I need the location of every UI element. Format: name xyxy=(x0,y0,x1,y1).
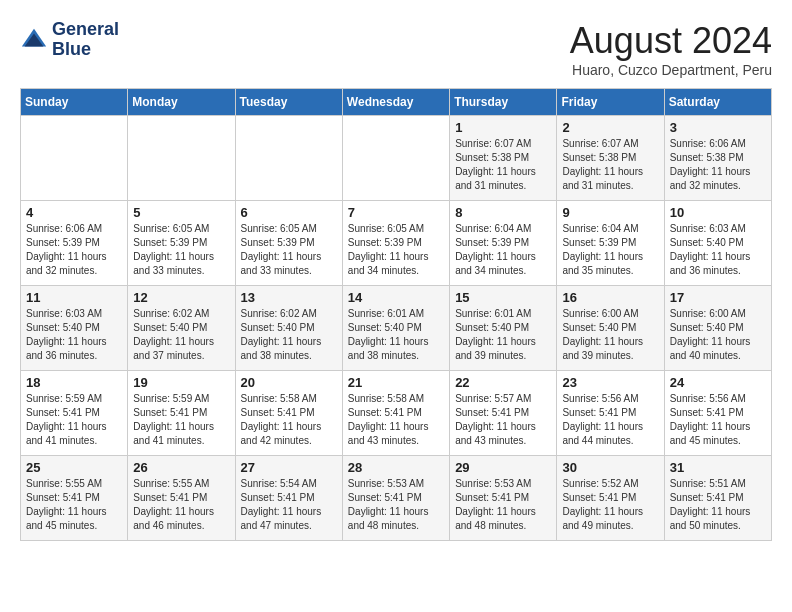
day-number: 11 xyxy=(26,290,122,305)
calendar-cell: 24Sunrise: 5:56 AM Sunset: 5:41 PM Dayli… xyxy=(664,371,771,456)
day-number: 31 xyxy=(670,460,766,475)
calendar-cell: 4Sunrise: 6:06 AM Sunset: 5:39 PM Daylig… xyxy=(21,201,128,286)
week-row-3: 11Sunrise: 6:03 AM Sunset: 5:40 PM Dayli… xyxy=(21,286,772,371)
calendar-cell: 9Sunrise: 6:04 AM Sunset: 5:39 PM Daylig… xyxy=(557,201,664,286)
calendar-cell xyxy=(342,116,449,201)
logo: General Blue xyxy=(20,20,119,60)
day-number: 8 xyxy=(455,205,551,220)
calendar-cell: 2Sunrise: 6:07 AM Sunset: 5:38 PM Daylig… xyxy=(557,116,664,201)
cell-detail: Sunrise: 5:52 AM Sunset: 5:41 PM Dayligh… xyxy=(562,477,658,533)
calendar-cell: 30Sunrise: 5:52 AM Sunset: 5:41 PM Dayli… xyxy=(557,456,664,541)
day-number: 27 xyxy=(241,460,337,475)
calendar-table: SundayMondayTuesdayWednesdayThursdayFrid… xyxy=(20,88,772,541)
cell-detail: Sunrise: 6:06 AM Sunset: 5:39 PM Dayligh… xyxy=(26,222,122,278)
cell-detail: Sunrise: 6:07 AM Sunset: 5:38 PM Dayligh… xyxy=(455,137,551,193)
day-number: 16 xyxy=(562,290,658,305)
weekday-header-row: SundayMondayTuesdayWednesdayThursdayFrid… xyxy=(21,89,772,116)
calendar-cell: 21Sunrise: 5:58 AM Sunset: 5:41 PM Dayli… xyxy=(342,371,449,456)
day-number: 3 xyxy=(670,120,766,135)
weekday-header-thursday: Thursday xyxy=(450,89,557,116)
cell-detail: Sunrise: 5:55 AM Sunset: 5:41 PM Dayligh… xyxy=(133,477,229,533)
cell-detail: Sunrise: 6:06 AM Sunset: 5:38 PM Dayligh… xyxy=(670,137,766,193)
calendar-cell: 11Sunrise: 6:03 AM Sunset: 5:40 PM Dayli… xyxy=(21,286,128,371)
cell-detail: Sunrise: 5:56 AM Sunset: 5:41 PM Dayligh… xyxy=(562,392,658,448)
day-number: 5 xyxy=(133,205,229,220)
cell-detail: Sunrise: 6:05 AM Sunset: 5:39 PM Dayligh… xyxy=(133,222,229,278)
day-number: 26 xyxy=(133,460,229,475)
day-number: 24 xyxy=(670,375,766,390)
month-title: August 2024 xyxy=(570,20,772,62)
day-number: 28 xyxy=(348,460,444,475)
cell-detail: Sunrise: 5:57 AM Sunset: 5:41 PM Dayligh… xyxy=(455,392,551,448)
cell-detail: Sunrise: 6:05 AM Sunset: 5:39 PM Dayligh… xyxy=(348,222,444,278)
calendar-cell: 7Sunrise: 6:05 AM Sunset: 5:39 PM Daylig… xyxy=(342,201,449,286)
weekday-header-sunday: Sunday xyxy=(21,89,128,116)
cell-detail: Sunrise: 5:51 AM Sunset: 5:41 PM Dayligh… xyxy=(670,477,766,533)
cell-detail: Sunrise: 6:02 AM Sunset: 5:40 PM Dayligh… xyxy=(241,307,337,363)
calendar-cell: 23Sunrise: 5:56 AM Sunset: 5:41 PM Dayli… xyxy=(557,371,664,456)
calendar-cell: 15Sunrise: 6:01 AM Sunset: 5:40 PM Dayli… xyxy=(450,286,557,371)
calendar-cell: 5Sunrise: 6:05 AM Sunset: 5:39 PM Daylig… xyxy=(128,201,235,286)
day-number: 10 xyxy=(670,205,766,220)
cell-detail: Sunrise: 6:04 AM Sunset: 5:39 PM Dayligh… xyxy=(455,222,551,278)
calendar-cell xyxy=(21,116,128,201)
calendar-cell: 12Sunrise: 6:02 AM Sunset: 5:40 PM Dayli… xyxy=(128,286,235,371)
weekday-header-monday: Monday xyxy=(128,89,235,116)
cell-detail: Sunrise: 5:58 AM Sunset: 5:41 PM Dayligh… xyxy=(348,392,444,448)
cell-detail: Sunrise: 5:59 AM Sunset: 5:41 PM Dayligh… xyxy=(133,392,229,448)
cell-detail: Sunrise: 6:04 AM Sunset: 5:39 PM Dayligh… xyxy=(562,222,658,278)
day-number: 18 xyxy=(26,375,122,390)
day-number: 17 xyxy=(670,290,766,305)
day-number: 19 xyxy=(133,375,229,390)
calendar-cell: 16Sunrise: 6:00 AM Sunset: 5:40 PM Dayli… xyxy=(557,286,664,371)
day-number: 14 xyxy=(348,290,444,305)
day-number: 2 xyxy=(562,120,658,135)
calendar-cell: 13Sunrise: 6:02 AM Sunset: 5:40 PM Dayli… xyxy=(235,286,342,371)
week-row-4: 18Sunrise: 5:59 AM Sunset: 5:41 PM Dayli… xyxy=(21,371,772,456)
day-number: 20 xyxy=(241,375,337,390)
week-row-5: 25Sunrise: 5:55 AM Sunset: 5:41 PM Dayli… xyxy=(21,456,772,541)
cell-detail: Sunrise: 5:58 AM Sunset: 5:41 PM Dayligh… xyxy=(241,392,337,448)
cell-detail: Sunrise: 5:53 AM Sunset: 5:41 PM Dayligh… xyxy=(348,477,444,533)
calendar-cell: 31Sunrise: 5:51 AM Sunset: 5:41 PM Dayli… xyxy=(664,456,771,541)
calendar-cell: 8Sunrise: 6:04 AM Sunset: 5:39 PM Daylig… xyxy=(450,201,557,286)
calendar-cell: 27Sunrise: 5:54 AM Sunset: 5:41 PM Dayli… xyxy=(235,456,342,541)
title-block: August 2024 Huaro, Cuzco Department, Per… xyxy=(570,20,772,78)
cell-detail: Sunrise: 6:05 AM Sunset: 5:39 PM Dayligh… xyxy=(241,222,337,278)
calendar-cell: 14Sunrise: 6:01 AM Sunset: 5:40 PM Dayli… xyxy=(342,286,449,371)
calendar-cell: 6Sunrise: 6:05 AM Sunset: 5:39 PM Daylig… xyxy=(235,201,342,286)
day-number: 21 xyxy=(348,375,444,390)
calendar-cell: 19Sunrise: 5:59 AM Sunset: 5:41 PM Dayli… xyxy=(128,371,235,456)
day-number: 12 xyxy=(133,290,229,305)
day-number: 30 xyxy=(562,460,658,475)
logo-line1: General xyxy=(52,20,119,40)
cell-detail: Sunrise: 6:00 AM Sunset: 5:40 PM Dayligh… xyxy=(562,307,658,363)
day-number: 25 xyxy=(26,460,122,475)
day-number: 4 xyxy=(26,205,122,220)
calendar-cell: 20Sunrise: 5:58 AM Sunset: 5:41 PM Dayli… xyxy=(235,371,342,456)
logo-line2: Blue xyxy=(52,40,119,60)
location-title: Huaro, Cuzco Department, Peru xyxy=(570,62,772,78)
calendar-cell: 25Sunrise: 5:55 AM Sunset: 5:41 PM Dayli… xyxy=(21,456,128,541)
calendar-cell: 26Sunrise: 5:55 AM Sunset: 5:41 PM Dayli… xyxy=(128,456,235,541)
cell-detail: Sunrise: 6:02 AM Sunset: 5:40 PM Dayligh… xyxy=(133,307,229,363)
calendar-cell: 1Sunrise: 6:07 AM Sunset: 5:38 PM Daylig… xyxy=(450,116,557,201)
weekday-header-saturday: Saturday xyxy=(664,89,771,116)
page-header: General Blue August 2024 Huaro, Cuzco De… xyxy=(20,20,772,78)
day-number: 9 xyxy=(562,205,658,220)
calendar-cell: 28Sunrise: 5:53 AM Sunset: 5:41 PM Dayli… xyxy=(342,456,449,541)
calendar-cell xyxy=(235,116,342,201)
day-number: 15 xyxy=(455,290,551,305)
week-row-1: 1Sunrise: 6:07 AM Sunset: 5:38 PM Daylig… xyxy=(21,116,772,201)
weekday-header-friday: Friday xyxy=(557,89,664,116)
day-number: 13 xyxy=(241,290,337,305)
cell-detail: Sunrise: 5:56 AM Sunset: 5:41 PM Dayligh… xyxy=(670,392,766,448)
weekday-header-wednesday: Wednesday xyxy=(342,89,449,116)
day-number: 1 xyxy=(455,120,551,135)
day-number: 22 xyxy=(455,375,551,390)
day-number: 29 xyxy=(455,460,551,475)
cell-detail: Sunrise: 6:01 AM Sunset: 5:40 PM Dayligh… xyxy=(348,307,444,363)
cell-detail: Sunrise: 5:53 AM Sunset: 5:41 PM Dayligh… xyxy=(455,477,551,533)
logo-icon xyxy=(20,26,48,54)
calendar-cell xyxy=(128,116,235,201)
